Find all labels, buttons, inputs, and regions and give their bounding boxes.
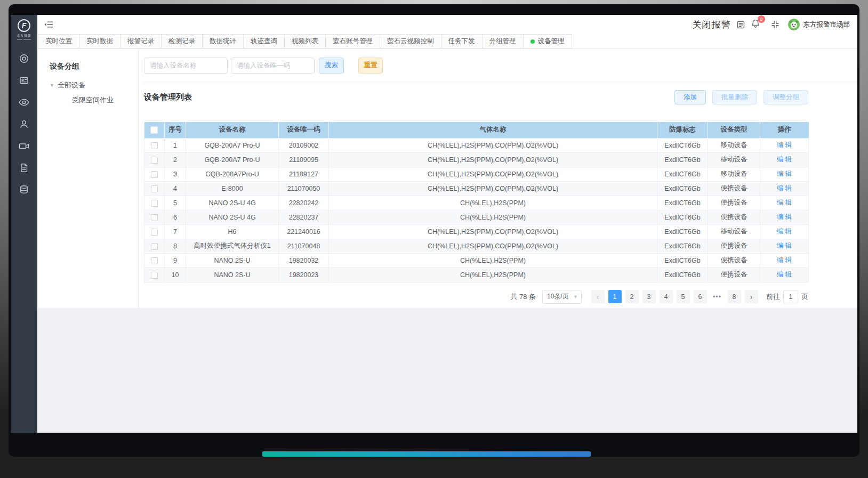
more-pages-button[interactable]: ••• (711, 290, 724, 303)
row-checkbox[interactable] (151, 243, 158, 250)
edit-link[interactable]: 编 辑 (777, 213, 792, 221)
prev-page-button[interactable]: ‹ (591, 290, 605, 303)
table-row: 9NANO 2S-U19820032CH(%LEL),H2S(PPM)Exdll… (144, 253, 809, 268)
add-button[interactable]: 添加 (674, 90, 706, 104)
user-name[interactable]: 东方报警市场部 (803, 20, 850, 29)
edit-link[interactable]: 编 辑 (777, 256, 792, 264)
row-ex-mark: ExdllCT6Gb (657, 152, 708, 167)
app-logo: F 东方报警 (15, 19, 33, 40)
row-device-type: 便携设备 (708, 210, 760, 224)
row-checkbox[interactable] (151, 257, 158, 264)
notification-badge: 0 (758, 15, 765, 23)
tab-设备管理[interactable]: 设备管理 (523, 34, 572, 48)
page-button-2[interactable]: 2 (625, 290, 639, 303)
row-checkbox[interactable] (151, 229, 158, 236)
tab-检测记录[interactable]: 检测记录 (161, 34, 203, 48)
row-device-name: NANO 2S-U (186, 268, 279, 282)
database-icon[interactable] (15, 184, 33, 196)
eye-icon[interactable] (15, 96, 33, 108)
table-row: 3GQB-200A7Pro-U21109127CH(%LEL),H2S(PPM)… (144, 167, 809, 181)
fullscreen-icon[interactable] (771, 20, 779, 29)
row-ex-mark: ExdllCT6Gb (657, 196, 708, 210)
page-size-select[interactable]: 10条/页 ▼ (542, 290, 582, 304)
page-button-3[interactable]: 3 (642, 290, 656, 303)
row-device-type: 移动设备 (708, 152, 760, 167)
tab-报警记录[interactable]: 报警记录 (120, 34, 162, 48)
row-checkbox[interactable] (151, 200, 158, 207)
tab-轨迹查询[interactable]: 轨迹查询 (243, 34, 285, 48)
user-avatar[interactable] (788, 19, 800, 30)
row-gas-name: CH(%LEL),H2S(PPM) (329, 210, 657, 224)
page-button-4[interactable]: 4 (660, 290, 673, 303)
monitor-frame: F 东方报警 (9, 4, 859, 457)
tab-任务下发[interactable]: 任务下发 (441, 34, 483, 48)
page-button-6[interactable]: 6 (694, 290, 707, 303)
edit-link[interactable]: 编 辑 (777, 184, 792, 192)
page-button-1[interactable]: 1 (608, 290, 622, 303)
row-device-name: NANO 2S-U 4G (186, 210, 279, 224)
page-button-5[interactable]: 5 (677, 290, 690, 303)
video-camera-icon[interactable] (15, 140, 33, 152)
tab-实时数据[interactable]: 实时数据 (79, 34, 120, 48)
table-row: 1GQB-200A7 Pro-U20109002CH(%LEL),H2S(PPM… (144, 138, 809, 152)
row-checkbox[interactable] (151, 142, 158, 149)
row-ex-mark: ExdllCT6Gb (657, 181, 708, 196)
page-button-8[interactable]: 8 (728, 290, 741, 303)
edit-link[interactable]: 编 辑 (777, 271, 792, 278)
tab-数据统计[interactable]: 数据统计 (202, 34, 244, 48)
device-table-body: 1GQB-200A7 Pro-U20109002CH(%LEL),H2S(PPM… (144, 138, 809, 282)
sidebar-collapse-icon[interactable] (44, 20, 53, 29)
row-device-code: 20109002 (279, 138, 329, 152)
edit-link[interactable]: 编 辑 (777, 242, 792, 249)
close-alarm-button[interactable]: 关闭报警 (693, 19, 731, 31)
notification-bell-icon[interactable]: 0 (751, 19, 760, 30)
id-card-icon[interactable] (15, 75, 33, 86)
edit-link[interactable]: 编 辑 (777, 156, 792, 163)
tab-萤石账号管理[interactable]: 萤石账号管理 (325, 34, 380, 48)
row-gas-name: CH(%LEL),H2S(PPM),CO(PPM),O2(%VOL) (329, 224, 657, 239)
sidebar-nav (15, 53, 33, 196)
row-checkbox[interactable] (151, 272, 158, 279)
tree-title: 设备分组 (50, 62, 138, 71)
tab-分组管理[interactable]: 分组管理 (482, 34, 524, 48)
goto-page-input[interactable] (783, 290, 798, 303)
row-device-name: 高时效便携式气体分析仪1 (186, 239, 279, 253)
edit-link[interactable]: 编 辑 (777, 170, 792, 177)
row-no: 2 (165, 152, 186, 167)
device-name-input[interactable] (144, 58, 228, 74)
device-code-input[interactable] (231, 58, 315, 74)
row-checkbox[interactable] (151, 157, 158, 164)
edit-link[interactable]: 编 辑 (777, 141, 792, 149)
header-action: 操作 (760, 122, 809, 138)
table-row: 10NANO 2S-U19820023CH(%LEL),H2S(PPM)Exdl… (144, 268, 809, 282)
log-panel-icon[interactable] (736, 20, 745, 29)
dashboard-icon[interactable] (15, 53, 33, 64)
row-checkbox[interactable] (151, 214, 158, 221)
row-no: 10 (165, 268, 186, 282)
search-button[interactable]: 搜索 (319, 58, 344, 74)
tab-视频列表[interactable]: 视频列表 (284, 34, 326, 48)
row-device-type: 便携设备 (708, 253, 760, 268)
reset-button[interactable]: 重置 (358, 58, 383, 74)
edit-link[interactable]: 编 辑 (777, 228, 792, 235)
adjust-group-button[interactable]: 调整分组 (763, 90, 808, 104)
row-no: 5 (165, 196, 186, 210)
header-device-code: 设备唯一码 (279, 122, 329, 138)
tab-实时位置[interactable]: 实时位置 (38, 34, 79, 48)
document-icon[interactable] (15, 162, 33, 174)
tree-node-confined-space[interactable]: 受限空间作业 (72, 95, 138, 105)
row-device-name: NANO 2S-U 4G (186, 196, 279, 210)
row-checkbox[interactable] (151, 171, 158, 178)
batch-delete-button[interactable]: 批量删除 (712, 90, 757, 104)
user-icon[interactable] (15, 118, 33, 130)
tree-node-all-devices[interactable]: ▼ 全部设备 (50, 80, 138, 90)
select-all-checkbox[interactable] (150, 126, 158, 134)
next-page-button[interactable]: › (745, 290, 758, 303)
desktop-glow-strip (262, 451, 591, 457)
topbar-right-group: 关闭报警 0 东方报警市场部 (693, 19, 850, 31)
row-device-code: 211070050 (279, 181, 329, 196)
row-checkbox[interactable] (151, 185, 158, 192)
tab-萤石云视频控制[interactable]: 萤石云视频控制 (380, 34, 441, 48)
table-row: 5NANO 2S-U 4G22820242CH(%LEL),H2S(PPM)Ex… (144, 196, 809, 210)
edit-link[interactable]: 编 辑 (777, 199, 792, 206)
